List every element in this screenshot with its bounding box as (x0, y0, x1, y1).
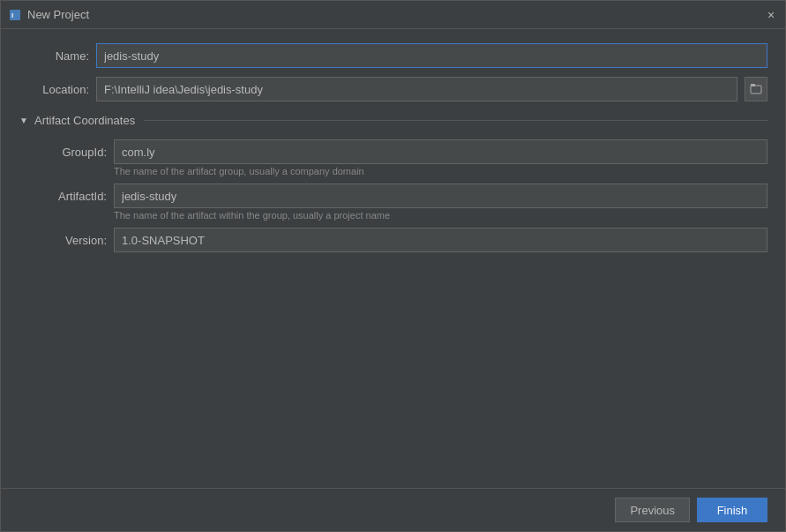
content-spacer (19, 261, 767, 474)
location-row: Location: (19, 77, 767, 101)
location-label: Location: (19, 83, 89, 96)
artifactid-input[interactable] (114, 184, 767, 208)
app-icon: I (8, 8, 22, 22)
svg-text:I: I (11, 11, 13, 19)
version-label: Version: (36, 234, 107, 247)
dialog-footer: Previous Finish (1, 488, 785, 531)
artifact-section-header: ▼ Artifact Coordinates (19, 114, 767, 127)
name-row: Name: (19, 43, 767, 68)
location-input[interactable] (96, 77, 737, 101)
dialog-content: Name: Location: ▼ Artifact Coordinates (1, 29, 785, 488)
name-input[interactable] (96, 43, 767, 68)
artifactid-hint: The name of the artifact within the grou… (36, 210, 767, 221)
browse-button[interactable] (745, 77, 767, 101)
section-divider (144, 120, 767, 121)
artifactid-label: ArtifactId: (36, 190, 107, 203)
title-bar: I New Project × (1, 1, 785, 29)
groupid-row: GroupId: (36, 139, 767, 164)
close-button[interactable]: × (764, 8, 778, 22)
dialog-title: New Project (27, 8, 764, 21)
groupid-label: GroupId: (36, 146, 107, 159)
artifact-section-title: Artifact Coordinates (34, 114, 135, 127)
finish-button[interactable]: Finish (697, 498, 767, 522)
previous-button[interactable]: Previous (615, 498, 690, 522)
new-project-dialog: I New Project × Name: Location: ▼ A (0, 0, 786, 532)
artifact-section-content: GroupId: The name of the artifact group,… (19, 139, 767, 252)
version-row: Version: (36, 228, 767, 252)
version-input[interactable] (114, 228, 767, 252)
svg-rect-3 (751, 84, 755, 86)
collapse-arrow-icon[interactable]: ▼ (19, 116, 29, 125)
groupid-input[interactable] (114, 139, 767, 164)
svg-rect-2 (751, 86, 761, 94)
groupid-hint: The name of the artifact group, usually … (36, 166, 767, 176)
name-label: Name: (19, 49, 89, 63)
artifactid-row: ArtifactId: (36, 184, 767, 208)
